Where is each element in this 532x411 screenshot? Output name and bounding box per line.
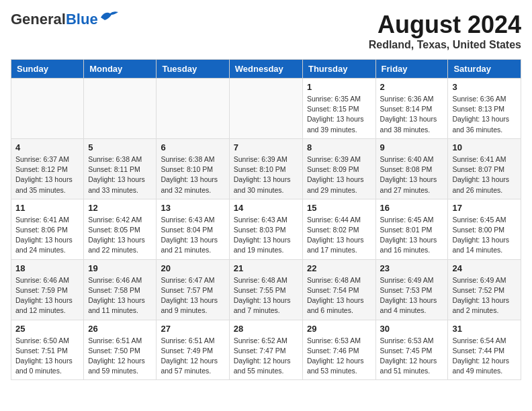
day-info: Sunrise: 6:46 AM Sunset: 7:59 PM Dayligh… [15, 275, 79, 316]
day-info: Sunrise: 6:41 AM Sunset: 8:07 PM Dayligh… [452, 154, 517, 195]
day-number: 2 [380, 82, 444, 92]
day-cell: 17Sunrise: 6:45 AM Sunset: 8:00 PM Dayli… [448, 199, 521, 259]
location: Redland, Texas, United States [369, 39, 521, 51]
day-info: Sunrise: 6:49 AM Sunset: 7:52 PM Dayligh… [452, 275, 517, 316]
day-cell: 14Sunrise: 6:43 AM Sunset: 8:03 PM Dayli… [229, 199, 302, 259]
day-cell: 24Sunrise: 6:49 AM Sunset: 7:52 PM Dayli… [448, 259, 521, 320]
day-cell: 20Sunrise: 6:47 AM Sunset: 7:57 PM Dayli… [157, 259, 229, 320]
day-info: Sunrise: 6:50 AM Sunset: 7:51 PM Dayligh… [15, 336, 79, 377]
day-number: 31 [452, 324, 517, 334]
day-cell: 5Sunrise: 6:38 AM Sunset: 8:11 PM Daylig… [84, 138, 157, 199]
day-cell: 26Sunrise: 6:51 AM Sunset: 7:50 PM Dayli… [84, 320, 157, 380]
logo-blue: Blue [66, 11, 98, 28]
calendar-table: Sunday Monday Tuesday Wednesday Thursday… [11, 59, 521, 380]
month-title: August 2024 [369, 11, 521, 39]
day-info: Sunrise: 6:38 AM Sunset: 8:11 PM Dayligh… [88, 154, 152, 195]
day-number: 3 [452, 82, 517, 92]
day-info: Sunrise: 6:53 AM Sunset: 7:45 PM Dayligh… [380, 336, 444, 377]
day-number: 1 [307, 82, 371, 92]
day-cell: 15Sunrise: 6:44 AM Sunset: 8:02 PM Dayli… [302, 199, 375, 259]
day-info: Sunrise: 6:51 AM Sunset: 7:50 PM Dayligh… [88, 336, 152, 377]
day-info: Sunrise: 6:37 AM Sunset: 8:12 PM Dayligh… [15, 154, 79, 195]
day-info: Sunrise: 6:46 AM Sunset: 7:58 PM Dayligh… [88, 275, 152, 316]
weekday-header-row: Sunday Monday Tuesday Wednesday Thursday… [11, 60, 521, 79]
day-number: 30 [380, 324, 444, 334]
header-saturday: Saturday [448, 60, 521, 79]
day-cell: 13Sunrise: 6:43 AM Sunset: 8:04 PM Dayli… [157, 199, 229, 259]
day-cell: 10Sunrise: 6:41 AM Sunset: 8:07 PM Dayli… [448, 138, 521, 199]
day-cell: 2Sunrise: 6:36 AM Sunset: 8:14 PM Daylig… [375, 79, 448, 139]
day-info: Sunrise: 6:45 AM Sunset: 8:01 PM Dayligh… [380, 215, 444, 256]
day-number: 23 [380, 263, 444, 273]
day-cell: 29Sunrise: 6:53 AM Sunset: 7:46 PM Dayli… [302, 320, 375, 380]
day-number: 22 [307, 263, 371, 273]
header-friday: Friday [375, 60, 448, 79]
day-cell: 3Sunrise: 6:36 AM Sunset: 8:13 PM Daylig… [448, 79, 521, 139]
day-number: 17 [452, 203, 517, 213]
day-info: Sunrise: 6:38 AM Sunset: 8:10 PM Dayligh… [161, 154, 224, 195]
day-info: Sunrise: 6:43 AM Sunset: 8:04 PM Dayligh… [161, 215, 224, 256]
day-number: 20 [161, 263, 224, 273]
day-number: 5 [88, 142, 152, 152]
page-header: General Blue August 2024 Redland, Texas,… [11, 11, 521, 51]
day-number: 18 [15, 263, 79, 273]
day-number: 12 [88, 203, 152, 213]
day-cell: 9Sunrise: 6:40 AM Sunset: 8:08 PM Daylig… [375, 138, 448, 199]
day-cell: 19Sunrise: 6:46 AM Sunset: 7:58 PM Dayli… [84, 259, 157, 320]
week-row-4: 18Sunrise: 6:46 AM Sunset: 7:59 PM Dayli… [11, 259, 521, 320]
day-number: 25 [15, 324, 79, 334]
header-wednesday: Wednesday [229, 60, 302, 79]
day-number: 13 [161, 203, 224, 213]
day-number: 16 [380, 203, 444, 213]
day-info: Sunrise: 6:36 AM Sunset: 8:13 PM Dayligh… [452, 94, 517, 135]
day-info: Sunrise: 6:35 AM Sunset: 8:15 PM Dayligh… [307, 94, 371, 135]
day-info: Sunrise: 6:43 AM Sunset: 8:03 PM Dayligh… [234, 215, 298, 256]
day-cell: 27Sunrise: 6:51 AM Sunset: 7:49 PM Dayli… [157, 320, 229, 380]
logo-general: General [11, 11, 66, 28]
day-number: 21 [234, 263, 298, 273]
day-number: 4 [15, 142, 79, 152]
day-info: Sunrise: 6:42 AM Sunset: 8:05 PM Dayligh… [88, 215, 152, 256]
day-cell: 4Sunrise: 6:37 AM Sunset: 8:12 PM Daylig… [11, 138, 84, 199]
day-number: 7 [234, 142, 298, 152]
day-info: Sunrise: 6:49 AM Sunset: 7:53 PM Dayligh… [380, 275, 444, 316]
day-number: 11 [15, 203, 79, 213]
day-number: 9 [380, 142, 444, 152]
day-cell: 16Sunrise: 6:45 AM Sunset: 8:01 PM Dayli… [375, 199, 448, 259]
day-cell: 1Sunrise: 6:35 AM Sunset: 8:15 PM Daylig… [302, 79, 375, 139]
header-monday: Monday [84, 60, 157, 79]
day-cell: 28Sunrise: 6:52 AM Sunset: 7:47 PM Dayli… [229, 320, 302, 380]
header-thursday: Thursday [302, 60, 375, 79]
day-cell [229, 79, 302, 139]
day-info: Sunrise: 6:48 AM Sunset: 7:55 PM Dayligh… [234, 275, 298, 316]
day-cell: 22Sunrise: 6:48 AM Sunset: 7:54 PM Dayli… [302, 259, 375, 320]
day-number: 14 [234, 203, 298, 213]
day-number: 28 [234, 324, 298, 334]
day-number: 19 [88, 263, 152, 273]
day-cell: 31Sunrise: 6:54 AM Sunset: 7:44 PM Dayli… [448, 320, 521, 380]
day-info: Sunrise: 6:36 AM Sunset: 8:14 PM Dayligh… [380, 94, 444, 135]
logo: General Blue [11, 11, 120, 28]
day-cell [157, 79, 229, 139]
week-row-5: 25Sunrise: 6:50 AM Sunset: 7:51 PM Dayli… [11, 320, 521, 380]
day-cell: 21Sunrise: 6:48 AM Sunset: 7:55 PM Dayli… [229, 259, 302, 320]
day-info: Sunrise: 6:41 AM Sunset: 8:06 PM Dayligh… [15, 215, 79, 256]
day-cell: 6Sunrise: 6:38 AM Sunset: 8:10 PM Daylig… [157, 138, 229, 199]
day-number: 24 [452, 263, 517, 273]
day-cell: 18Sunrise: 6:46 AM Sunset: 7:59 PM Dayli… [11, 259, 84, 320]
day-info: Sunrise: 6:53 AM Sunset: 7:46 PM Dayligh… [307, 336, 371, 377]
day-info: Sunrise: 6:40 AM Sunset: 8:08 PM Dayligh… [380, 154, 444, 195]
header-tuesday: Tuesday [157, 60, 229, 79]
day-cell: 8Sunrise: 6:39 AM Sunset: 8:09 PM Daylig… [302, 138, 375, 199]
day-cell: 30Sunrise: 6:53 AM Sunset: 7:45 PM Dayli… [375, 320, 448, 380]
day-cell: 12Sunrise: 6:42 AM Sunset: 8:05 PM Dayli… [84, 199, 157, 259]
day-number: 26 [88, 324, 152, 334]
day-cell: 23Sunrise: 6:49 AM Sunset: 7:53 PM Dayli… [375, 259, 448, 320]
day-info: Sunrise: 6:48 AM Sunset: 7:54 PM Dayligh… [307, 275, 371, 316]
day-cell: 25Sunrise: 6:50 AM Sunset: 7:51 PM Dayli… [11, 320, 84, 380]
day-cell [11, 79, 84, 139]
day-number: 29 [307, 324, 371, 334]
day-cell: 7Sunrise: 6:39 AM Sunset: 8:10 PM Daylig… [229, 138, 302, 199]
logo-bird-icon [99, 9, 120, 23]
day-info: Sunrise: 6:44 AM Sunset: 8:02 PM Dayligh… [307, 215, 371, 256]
